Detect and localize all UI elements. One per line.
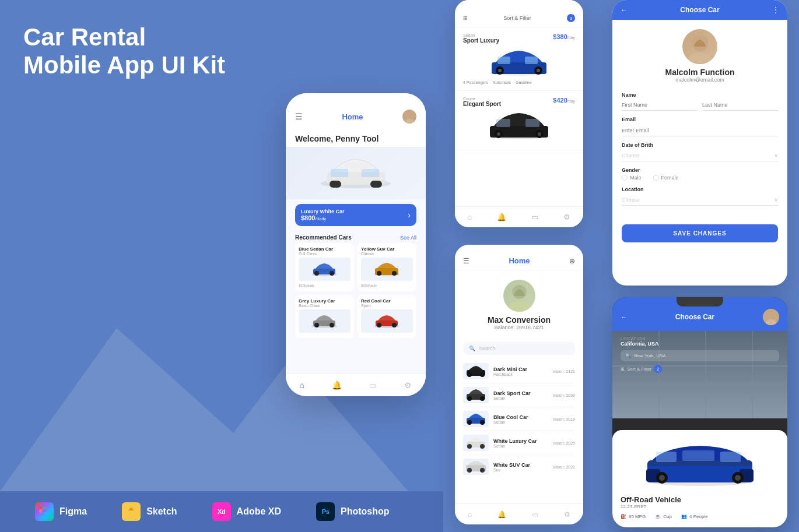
- spec-transmission: Automatic: [493, 80, 511, 84]
- save-button[interactable]: SAVE CHANGES: [622, 224, 778, 242]
- h2-share-icon[interactable]: ⊕: [569, 257, 575, 265]
- svg-point-61: [467, 468, 472, 473]
- p1-featured-card[interactable]: Luxury White Car $800/daily ›: [295, 204, 416, 226]
- svg-point-50: [480, 372, 485, 377]
- notch2: [499, 245, 539, 253]
- nav-card-icon[interactable]: ▭: [369, 380, 377, 390]
- tool-xd[interactable]: Xd Adobe XD: [212, 502, 281, 521]
- cd-filter-icon: ⊞: [621, 367, 625, 372]
- car-list-screen: ⊞ Sort & Filter 3 Sedan Sport Luxury $38…: [455, 0, 583, 227]
- svg-point-55: [467, 420, 472, 425]
- svg-point-22: [314, 323, 319, 327]
- p1-see-all[interactable]: See All: [400, 235, 416, 241]
- svg-rect-8: [330, 181, 341, 188]
- filter-label[interactable]: Sort & Filter: [503, 15, 531, 21]
- h2-profile-section: Max Conversion Balance: 28916.7421: [455, 270, 583, 340]
- home2-screen: ☰ Home ⊕ Max Conversion Balance: 28916.7…: [455, 245, 583, 524]
- nav-card-icon[interactable]: ▭: [531, 213, 538, 221]
- list-item[interactable]: White Luxury Car Sedan Vision: 2025: [463, 431, 575, 455]
- p1-rec-header: Recommended Cars See All: [286, 231, 426, 243]
- svg-rect-82: [682, 450, 714, 461]
- list-item[interactable]: Blue Cool Car Sedan Vision: 2019: [463, 407, 575, 431]
- more-icon[interactable]: ⋮: [772, 6, 779, 14]
- cd-car-image: [621, 438, 779, 491]
- gender-male[interactable]: Male: [622, 175, 642, 181]
- h2-menu-icon[interactable]: ☰: [463, 257, 469, 265]
- profile-title: Choose Car: [628, 6, 772, 14]
- title-line1: Car Rental: [23, 23, 225, 51]
- svg-rect-81: [720, 452, 741, 462]
- cd-car-specs: ⛽ 65 MPG ☕ Cup 👥 4 People: [621, 514, 779, 519]
- nav-settings-icon[interactable]: ⚙: [564, 510, 570, 519]
- back-icon[interactable]: ←: [621, 6, 628, 14]
- list-item[interactable]: Red Cool Car Sport: [358, 295, 416, 338]
- svg-point-39: [497, 132, 500, 136]
- xd-icon: Xd: [212, 502, 231, 521]
- cd-title: Choose Car: [627, 313, 763, 321]
- radio-male: [622, 175, 628, 181]
- cd-back-icon[interactable]: ←: [621, 313, 627, 320]
- spec-fuel: Gasoline: [516, 80, 532, 84]
- svg-rect-35: [525, 57, 538, 64]
- car-specs: 4 Passengers Automatic Gasoline: [463, 80, 575, 84]
- nav-home-icon[interactable]: ⌂: [468, 213, 472, 221]
- cd-filter-bar[interactable]: ⊞ Sort & Filter 2: [621, 365, 779, 373]
- nav-bell-icon[interactable]: 🔔: [497, 213, 506, 221]
- list-item[interactable]: Dark Mini Car Hatchback Vision: 2121: [463, 360, 575, 383]
- filter-badge: 3: [567, 14, 575, 22]
- tool-figma[interactable]: Figma: [35, 502, 87, 521]
- svg-point-63: [768, 312, 775, 319]
- featured-arrow-icon: ›: [408, 210, 411, 220]
- h2-search-bar[interactable]: 🔍 Search: [463, 342, 575, 355]
- sketch-icon: [122, 502, 141, 521]
- cd-filter-label: Sort & Filter: [627, 367, 651, 372]
- svg-point-58: [467, 444, 472, 449]
- list-item[interactable]: Dark Sport Car Sedan Vision: 2036: [463, 383, 575, 407]
- list-item[interactable]: White SUV Car Suv Vision: 2021: [463, 455, 575, 478]
- profile-email: malcolm@email.com: [675, 77, 724, 83]
- location-select[interactable]: Choose ∨: [622, 194, 778, 206]
- dark-notch: [677, 297, 723, 306]
- list-item[interactable]: Sedan Sport Luxury $380/day 4 Passengers…: [455, 27, 583, 91]
- svg-point-15: [330, 271, 334, 276]
- sketch-label: Sketch: [146, 506, 177, 517]
- email-input[interactable]: [622, 125, 778, 136]
- nav-settings-icon[interactable]: ⚙: [404, 380, 412, 390]
- hamburger-icon[interactable]: ☰: [295, 112, 303, 121]
- ps-icon: Ps: [316, 502, 335, 521]
- cd-filter-badge: 2: [654, 365, 662, 373]
- nav-settings-icon[interactable]: ⚙: [563, 213, 570, 221]
- tool-ps[interactable]: Ps Photoshop: [316, 502, 390, 521]
- svg-point-31: [498, 69, 502, 72]
- last-name-input[interactable]: [702, 100, 778, 111]
- svg-rect-43: [525, 119, 539, 127]
- dob-select[interactable]: Choose ∨: [622, 150, 778, 161]
- list-item[interactable]: Coupe Elegant Sport $420/day: [455, 91, 583, 150]
- list-item[interactable]: Grey Luxury Car Basic Class: [295, 295, 354, 338]
- svg-rect-42: [496, 119, 510, 127]
- car-thumbnail: [463, 46, 575, 78]
- cd-map: LOCATION California, USA 🔍 New York, USA…: [612, 331, 787, 418]
- cd-search-bar[interactable]: 🔍 New York, USA: [621, 350, 779, 361]
- choose-dark-screen: ← Choose Car LOCATION California, U: [612, 297, 787, 527]
- nav-bell-icon[interactable]: 🔔: [332, 380, 342, 390]
- nav-home-icon[interactable]: ⌂: [300, 380, 304, 390]
- list-item[interactable]: Blue Sedan Car Full Class $500/daily: [295, 243, 354, 291]
- p1-featured-name: Luxury White Car: [301, 209, 345, 214]
- profile-screen: ← Choose Car ⋮ Malcolm Function malcolm@…: [612, 0, 787, 286]
- svg-point-4: [407, 112, 412, 117]
- gender-female[interactable]: Female: [653, 175, 679, 181]
- nav-card-icon[interactable]: ▭: [532, 510, 538, 519]
- cd-car-plate: 12-23-ERET: [621, 504, 779, 509]
- nav-home-icon[interactable]: ⌂: [468, 510, 472, 519]
- list-item[interactable]: Yellow Suv Car Classic $650/daily: [358, 243, 416, 291]
- svg-point-45: [688, 52, 712, 64]
- tool-sketch[interactable]: Sketch: [122, 502, 177, 521]
- first-name-input[interactable]: [622, 100, 698, 111]
- nav-bell-icon[interactable]: 🔔: [497, 510, 506, 519]
- car-price: $380/day: [553, 33, 575, 40]
- svg-rect-11: [362, 169, 379, 177]
- p1-car-hero: [286, 147, 426, 199]
- cd-car-name: Off-Road Vehicle: [621, 495, 779, 504]
- svg-point-59: [480, 444, 485, 449]
